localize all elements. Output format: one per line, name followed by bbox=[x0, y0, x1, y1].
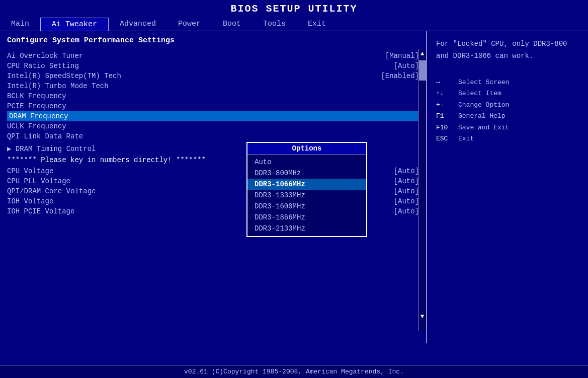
option-ddr3-1333[interactable]: DDR3-1333MHz bbox=[247, 190, 366, 201]
scrollbar[interactable]: ▲ ▼ bbox=[418, 49, 426, 331]
settings-list: Ai Overclock Tuner [Manual] CPU Ratio Se… bbox=[7, 51, 419, 141]
options-title: Options bbox=[247, 143, 366, 155]
key-desc-select-screen: Select Screen bbox=[458, 78, 509, 88]
menu-bar: Main Ai Tweaker Advanced Power Boot Tool… bbox=[0, 17, 588, 31]
label-ioh-pcie: IOH PCIE Voltage bbox=[7, 207, 74, 215]
key-symbol-arrows-ud: ↑↓ bbox=[436, 89, 454, 99]
label-turbo: Intel(R) Turbo Mode Tech bbox=[7, 82, 109, 90]
option-ddr3-1866[interactable]: DDR3-1866MHz bbox=[247, 212, 366, 223]
value-ioh: [Auto] bbox=[394, 197, 419, 205]
label-cpu-voltage: CPU Voltage bbox=[7, 167, 53, 175]
dram-timing-label: ▶ DRAM Timing Control bbox=[7, 145, 96, 153]
setting-ai-overclock[interactable]: Ai Overclock Tuner [Manual] bbox=[7, 51, 419, 61]
key-symbol-arrows-lr: ↔ bbox=[436, 78, 454, 88]
setting-pcie[interactable]: PCIE Frequency bbox=[7, 101, 419, 111]
key-desc-select-item: Select Item bbox=[458, 89, 501, 99]
menu-main[interactable]: Main bbox=[0, 18, 40, 31]
label-dram-freq: DRAM Frequency bbox=[9, 112, 68, 120]
key-desc-change-option: Change Option bbox=[458, 100, 509, 110]
key-desc-save-exit: Save and Exit bbox=[458, 123, 509, 133]
label-uclk: UCLK Frequency bbox=[7, 122, 66, 130]
option-auto[interactable]: Auto bbox=[247, 157, 366, 168]
menu-boot[interactable]: Boot bbox=[212, 18, 252, 31]
section-title: Configure System Performance Settings bbox=[7, 36, 419, 45]
bios-title: BIOS SETUP UTILITY bbox=[0, 0, 588, 17]
menu-power[interactable]: Power bbox=[167, 18, 212, 31]
scrollbar-down-arrow[interactable]: ▼ bbox=[419, 312, 425, 321]
setting-speedstep[interactable]: Intel(R) SpeedStep(TM) Tech [Enabled] bbox=[7, 71, 419, 81]
option-ddr3-2133[interactable]: DDR3-2133MHz bbox=[247, 223, 366, 234]
setting-bclk[interactable]: BCLK Frequency bbox=[7, 91, 419, 101]
key-symbol-f1: F1 bbox=[436, 111, 454, 121]
hint-general-help: F1 General Help bbox=[436, 111, 579, 121]
main-area: Configure System Performance Settings Ai… bbox=[0, 31, 588, 343]
key-desc-exit: Exit bbox=[458, 134, 474, 144]
right-panel: For "Locked" CPU, only DDR3-800 and DDR3… bbox=[427, 31, 588, 343]
key-symbol-plusminus: +- bbox=[436, 100, 454, 110]
label-qpi-link: QPI Link Data Rate bbox=[7, 132, 83, 140]
setting-dram-freq[interactable]: DRAM Frequency bbox=[7, 111, 419, 121]
option-ddr3-1066[interactable]: DDR3-1066MHz bbox=[247, 179, 366, 190]
value-cpu-voltage: [Auto] bbox=[394, 167, 419, 175]
hint-save-exit: F10 Save and Exit bbox=[436, 123, 579, 133]
setting-turbo[interactable]: Intel(R) Turbo Mode Tech bbox=[7, 81, 419, 91]
key-symbol-esc: ESC bbox=[436, 134, 454, 144]
hint-exit: ESC Exit bbox=[436, 134, 579, 144]
menu-exit[interactable]: Exit bbox=[297, 18, 337, 31]
key-desc-general-help: General Help bbox=[458, 111, 506, 121]
setting-uclk[interactable]: UCLK Frequency bbox=[7, 121, 419, 131]
label-cpu-ratio: CPU Ratio Setting bbox=[7, 62, 79, 70]
menu-ai-tweaker[interactable]: Ai Tweaker bbox=[40, 18, 109, 31]
label-qpi-dram: QPI/DRAM Core Voltage bbox=[7, 187, 96, 195]
value-ai-overclock: [Manual] bbox=[385, 52, 419, 60]
option-ddr3-1600[interactable]: DDR3-1600MHz bbox=[247, 201, 366, 212]
hint-select-screen: ↔ Select Screen bbox=[436, 78, 579, 88]
scrollbar-up-arrow[interactable]: ▲ bbox=[419, 49, 425, 58]
label-pcie: PCIE Frequency bbox=[7, 102, 66, 110]
menu-advanced[interactable]: Advanced bbox=[109, 18, 167, 31]
options-list: Auto DDR3-800MHz DDR3-1066MHz DDR3-1333M… bbox=[247, 155, 366, 236]
label-cpu-pll: CPU PLL Voltage bbox=[7, 177, 70, 185]
key-symbol-f10: F10 bbox=[436, 123, 454, 133]
label-bclk: BCLK Frequency bbox=[7, 92, 66, 100]
key-hints: ↔ Select Screen ↑↓ Select Item +- Change… bbox=[436, 78, 579, 144]
option-ddr3-800[interactable]: DDR3-800MHz bbox=[247, 168, 366, 179]
label-ai-overclock: Ai Overclock Tuner bbox=[7, 52, 83, 60]
setting-cpu-ratio[interactable]: CPU Ratio Setting [Auto] bbox=[7, 61, 419, 71]
left-panel: Configure System Performance Settings Ai… bbox=[0, 31, 427, 343]
hint-select-item: ↑↓ Select Item bbox=[436, 89, 579, 99]
value-ioh-pcie: [Auto] bbox=[394, 207, 419, 215]
value-cpu-ratio: [Auto] bbox=[394, 62, 419, 70]
value-qpi-dram: [Auto] bbox=[394, 187, 419, 195]
scrollbar-thumb[interactable] bbox=[419, 60, 426, 81]
label-speedstep: Intel(R) SpeedStep(TM) Tech bbox=[7, 72, 121, 80]
footer: v02.61 (C)Copyright 1985-2008, American … bbox=[0, 365, 588, 378]
label-ioh: IOH Voltage bbox=[7, 197, 53, 205]
setting-qpi-link[interactable]: QPI Link Data Rate bbox=[7, 131, 419, 141]
options-dropdown: Options Auto DDR3-800MHz DDR3-1066MHz DD… bbox=[246, 142, 367, 237]
value-speedstep: [Enabled] bbox=[381, 72, 419, 80]
value-cpu-pll: [Auto] bbox=[394, 177, 419, 185]
hint-change-option: +- Change Option bbox=[436, 100, 579, 110]
menu-tools[interactable]: Tools bbox=[252, 18, 297, 31]
help-text: For "Locked" CPU, only DDR3-800 and DDR3… bbox=[436, 38, 579, 62]
